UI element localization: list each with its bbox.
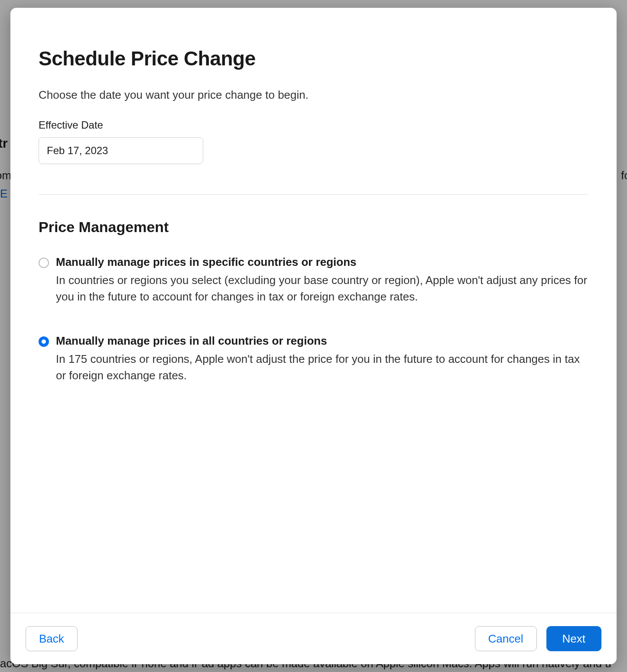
footer-right-buttons: Cancel Next [475, 626, 601, 651]
price-management-heading: Price Management [39, 219, 588, 236]
radio-option-title: Manually manage prices in all countries … [56, 334, 588, 348]
radio-option-description: In 175 countries or regions, Apple won't… [56, 351, 588, 384]
modal-title: Schedule Price Change [39, 47, 588, 70]
effective-date-label: Effective Date [39, 119, 588, 131]
radio-button[interactable] [39, 336, 49, 347]
schedule-price-change-modal: Schedule Price Change Choose the date yo… [10, 8, 617, 664]
radio-option-specific-countries[interactable]: Manually manage prices in specific count… [39, 255, 588, 305]
radio-button[interactable] [39, 258, 49, 268]
back-button[interactable]: Back [26, 626, 78, 651]
radio-option-description: In countries or regions you select (excl… [56, 272, 588, 305]
radio-circle-icon [39, 336, 49, 347]
radio-option-all-countries[interactable]: Manually manage prices in all countries … [39, 334, 588, 384]
radio-option-title: Manually manage prices in specific count… [56, 255, 588, 269]
modal-subtitle: Choose the date you want your price chan… [39, 88, 588, 102]
radio-circle-icon [39, 258, 49, 268]
cancel-button[interactable]: Cancel [475, 626, 537, 651]
modal-body: Schedule Price Change Choose the date yo… [10, 8, 617, 613]
radio-text: Manually manage prices in specific count… [56, 255, 588, 305]
divider [39, 194, 588, 195]
modal-footer: Back Cancel Next [10, 613, 617, 664]
effective-date-input[interactable] [39, 137, 203, 164]
next-button[interactable]: Next [546, 626, 601, 651]
radio-text: Manually manage prices in all countries … [56, 334, 588, 384]
